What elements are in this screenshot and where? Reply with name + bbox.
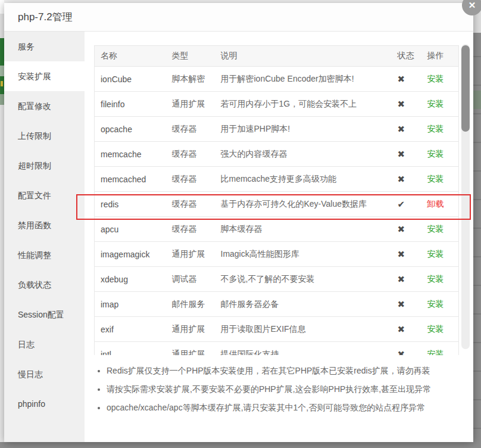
background-segment bbox=[0, 94, 4, 105]
sidebar-item[interactable]: 配置文件 bbox=[4, 181, 85, 210]
extension-type: 脚本解密 bbox=[166, 67, 215, 92]
status-icon: ✖ bbox=[398, 274, 405, 284]
table-scrollbar-thumb[interactable] bbox=[461, 45, 470, 132]
action-link[interactable]: 卸载 bbox=[427, 199, 444, 209]
extension-action-cell: 安装 bbox=[421, 242, 459, 267]
status-icon: ✖ bbox=[398, 349, 405, 356]
sidebar-item[interactable]: 禁用函数 bbox=[4, 210, 85, 240]
action-link[interactable]: 安装 bbox=[427, 99, 444, 108]
extension-status-cell: ✖ bbox=[392, 342, 421, 356]
close-icon: ✕ bbox=[468, 0, 476, 10]
sidebar-item[interactable]: 性能调整 bbox=[4, 240, 85, 270]
extension-description: 强大的内容缓存器 bbox=[215, 142, 392, 167]
extension-name: imap bbox=[95, 292, 166, 317]
table-scrollbar-track[interactable] bbox=[461, 44, 470, 349]
extensions-table: 名称 类型 说明 状态 操作 ionCube 脚本解密 用于解密ionCube … bbox=[94, 45, 460, 355]
php-manage-dialog: ✕ php-7.2管理 服务 安装扩展 配置修改 上传限制 超时限制 配置文件 … bbox=[4, 3, 473, 442]
extension-status-cell: ✖ bbox=[392, 317, 421, 342]
status-icon: ✖ bbox=[398, 149, 405, 159]
extension-row: intl 通用扩展 提供国际化支持 ✖ 安装 bbox=[95, 342, 459, 356]
sidebar-item[interactable]: 负载状态 bbox=[4, 270, 85, 300]
extension-description: 比memcache支持更多高级功能 bbox=[215, 167, 392, 192]
extension-type: 缓存器 bbox=[166, 192, 215, 217]
status-icon: ✖ bbox=[398, 74, 405, 84]
extension-row: apcu 缓存器 脚本缓存器 ✖ 安装 bbox=[95, 217, 459, 242]
extension-name: memcache bbox=[95, 142, 166, 167]
sidebar-item[interactable]: 慢日志 bbox=[4, 359, 85, 389]
action-link[interactable]: 安装 bbox=[427, 349, 444, 356]
action-link[interactable]: 安装 bbox=[427, 249, 444, 259]
sidebar-item[interactable]: 服务 bbox=[4, 32, 85, 61]
status-icon: ✔ bbox=[398, 199, 405, 209]
extension-description: Imagick高性能图形库 bbox=[215, 242, 392, 267]
extension-status-cell: ✖ bbox=[392, 242, 421, 267]
status-icon: ✖ bbox=[398, 324, 405, 334]
action-link[interactable]: 安装 bbox=[427, 299, 444, 309]
extension-type: 通用扩展 bbox=[166, 342, 215, 356]
column-header-action: 操作 bbox=[421, 46, 459, 67]
extension-action-cell: 卸载 bbox=[421, 192, 459, 217]
sidebar-item[interactable]: Session配置 bbox=[4, 300, 85, 329]
extension-description: 不多说,不了解的不要安装 bbox=[215, 267, 392, 292]
background-green-button bbox=[0, 38, 4, 66]
extension-name: imagemagick bbox=[95, 242, 166, 267]
extension-description: 提供国际化支持 bbox=[215, 342, 392, 356]
note-item: Redis扩展仅支持一个PHP版本安装使用，若在其它PHP版本已安装redis扩… bbox=[107, 365, 464, 377]
extension-action-cell: 安装 bbox=[421, 217, 459, 242]
extension-action-cell: 安装 bbox=[421, 292, 459, 317]
extension-action-cell: 安装 bbox=[421, 67, 459, 92]
table-header-row: 名称 类型 说明 状态 操作 bbox=[95, 46, 459, 67]
column-header-status: 状态 bbox=[392, 46, 421, 67]
extension-row: fileinfo 通用扩展 若可用内存小于1G，可能会安装不上 ✖ 安装 bbox=[95, 92, 459, 117]
extension-status-cell: ✖ bbox=[392, 142, 421, 167]
extension-description: 用于加速PHP脚本! bbox=[215, 117, 392, 142]
status-icon: ✖ bbox=[398, 224, 405, 234]
action-link[interactable]: 安装 bbox=[427, 324, 444, 334]
extension-status-cell: ✖ bbox=[392, 292, 421, 317]
sidebar-item[interactable]: 超时限制 bbox=[4, 151, 85, 181]
extension-row: imap 邮件服务 邮件服务器必备 ✖ 安装 bbox=[95, 292, 459, 317]
extension-description: 用于解密ionCube Encoder加密脚本! bbox=[215, 67, 392, 92]
extension-status-cell: ✖ bbox=[392, 167, 421, 192]
background-segment bbox=[0, 66, 4, 76]
page-background: ✕ php-7.2管理 服务 安装扩展 配置修改 上传限制 超时限制 配置文件 … bbox=[0, 0, 481, 448]
sidebar-menu: 服务 安装扩展 配置修改 上传限制 超时限制 配置文件 禁用函数 性能调整 负载… bbox=[4, 32, 85, 442]
sidebar-item[interactable]: 日志 bbox=[4, 329, 85, 359]
extension-type: 缓存器 bbox=[166, 117, 215, 142]
extension-action-cell: 安装 bbox=[421, 142, 459, 167]
status-icon: ✖ bbox=[398, 299, 405, 309]
extension-description: 脚本缓存器 bbox=[215, 217, 392, 242]
action-link[interactable]: 安装 bbox=[427, 149, 444, 158]
extension-type: 缓存器 bbox=[166, 217, 215, 242]
extension-type: 缓存器 bbox=[166, 167, 215, 192]
sidebar-item[interactable]: 安装扩展 bbox=[4, 61, 85, 91]
extension-name: ionCube bbox=[95, 67, 166, 92]
sidebar-item[interactable]: 配置修改 bbox=[4, 91, 85, 121]
extension-name: memcached bbox=[95, 167, 166, 192]
extension-status-cell: ✖ bbox=[392, 67, 421, 92]
background-segment bbox=[473, 91, 481, 109]
background-segment bbox=[0, 14, 4, 38]
extension-type: 调试器 bbox=[166, 267, 215, 292]
extension-name: intl bbox=[95, 342, 166, 356]
action-link[interactable]: 安装 bbox=[427, 274, 444, 284]
sidebar-item[interactable]: phpinfo bbox=[4, 389, 85, 419]
background-green-button bbox=[0, 76, 4, 94]
action-link[interactable]: 安装 bbox=[427, 174, 444, 183]
extension-row: ionCube 脚本解密 用于解密ionCube Encoder加密脚本! ✖ … bbox=[95, 67, 459, 92]
dialog-titlebar: php-7.2管理 bbox=[4, 3, 473, 32]
column-header-desc: 说明 bbox=[215, 46, 392, 67]
background-page-right-edge bbox=[473, 0, 481, 448]
action-link[interactable]: 安装 bbox=[427, 74, 444, 83]
action-link[interactable]: 安装 bbox=[427, 224, 444, 234]
extension-action-cell: 安装 bbox=[421, 342, 459, 356]
background-icon-fragment bbox=[1, 81, 3, 86]
action-link[interactable]: 安装 bbox=[427, 124, 444, 133]
extension-description: 基于内存亦可持久化的Key-Value数据库 bbox=[215, 192, 392, 217]
note-item: opcache/xcache/apc等脚本缓存扩展,请只安装其中1个,否则可能导… bbox=[107, 402, 464, 414]
sidebar-item[interactable]: 上传限制 bbox=[4, 121, 85, 151]
extension-row: xdebug 调试器 不多说,不了解的不要安装 ✖ 安装 bbox=[95, 267, 459, 292]
extension-action-cell: 安装 bbox=[421, 92, 459, 117]
extension-type: 缓存器 bbox=[166, 142, 215, 167]
extension-description: 若可用内存小于1G，可能会安装不上 bbox=[215, 92, 392, 117]
